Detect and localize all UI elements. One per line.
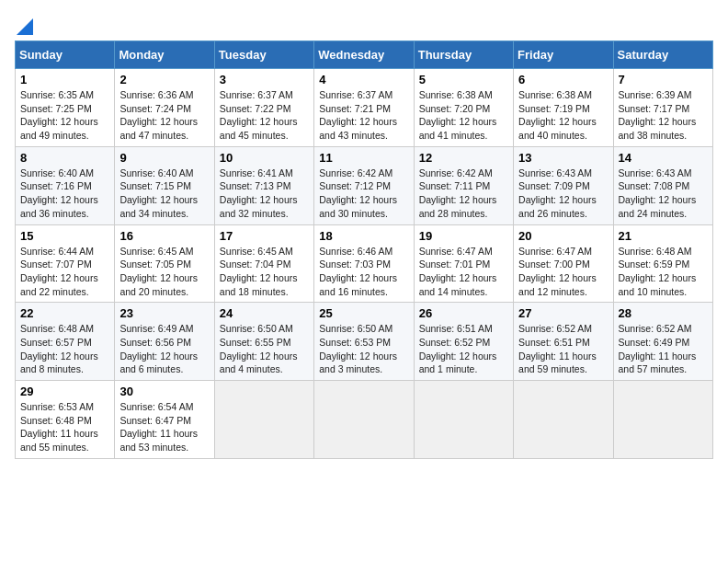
logo-triangle-icon: [17, 15, 33, 35]
cell-text: Daylight: 12 hours and 18 minutes.: [220, 271, 309, 298]
svg-marker-0: [17, 18, 33, 35]
cell-text: Sunset: 7:17 PM: [619, 102, 708, 116]
cell-text: Sunset: 6:57 PM: [20, 336, 109, 350]
cell-text: Sunset: 7:01 PM: [419, 258, 508, 271]
cell-text: Daylight: 12 hours and 47 minutes.: [119, 115, 209, 142]
day-number: 5: [419, 73, 508, 86]
calendar-cell: 15Sunrise: 6:44 AMSunset: 7:07 PMDayligh…: [16, 224, 115, 303]
day-number: 25: [319, 306, 408, 320]
cell-text: Sunrise: 6:35 AM: [20, 88, 109, 102]
cell-text: Sunset: 7:07 PM: [20, 258, 109, 271]
cell-text: Daylight: 12 hours and 49 minutes.: [20, 115, 109, 142]
day-number: 2: [119, 73, 209, 86]
calendar-cell: 3Sunrise: 6:37 AMSunset: 7:22 PMDaylight…: [214, 69, 313, 147]
cell-text: Sunset: 6:59 PM: [619, 258, 708, 271]
cell-text: Sunrise: 6:47 AM: [518, 245, 608, 259]
cell-text: Sunset: 7:11 PM: [419, 179, 508, 193]
day-number: 4: [319, 73, 408, 86]
cell-text: Daylight: 12 hours and 20 minutes.: [119, 271, 209, 298]
cell-text: Sunrise: 6:43 AM: [518, 167, 608, 180]
day-header-wednesday: Wednesday: [314, 41, 414, 69]
calendar-cell: 26Sunrise: 6:51 AMSunset: 6:52 PMDayligh…: [414, 303, 513, 381]
calendar-cell: 4Sunrise: 6:37 AMSunset: 7:21 PMDaylight…: [314, 69, 414, 147]
day-number: 10: [220, 151, 309, 165]
calendar-cell: [514, 381, 613, 459]
cell-text: Sunrise: 6:45 AM: [220, 245, 309, 259]
cell-text: Sunset: 7:12 PM: [319, 179, 408, 193]
calendar-cell: 25Sunrise: 6:50 AMSunset: 6:53 PMDayligh…: [314, 303, 414, 381]
cell-text: Sunrise: 6:47 AM: [419, 245, 508, 259]
cell-text: Sunset: 7:25 PM: [20, 102, 109, 116]
cell-text: Daylight: 12 hours and 24 minutes.: [619, 193, 708, 220]
calendar-cell: 27Sunrise: 6:52 AMSunset: 6:51 PMDayligh…: [514, 303, 613, 381]
cell-text: Sunrise: 6:43 AM: [619, 167, 708, 180]
cell-text: Sunset: 6:49 PM: [619, 336, 708, 350]
calendar-table: SundayMondayTuesdayWednesdayThursdayFrid…: [15, 40, 713, 459]
calendar-cell: [314, 381, 414, 459]
day-number: 1: [20, 73, 109, 86]
cell-text: Daylight: 11 hours and 59 minutes.: [518, 350, 608, 376]
calendar-cell: 12Sunrise: 6:42 AMSunset: 7:11 PMDayligh…: [414, 146, 513, 224]
cell-text: Sunrise: 6:41 AM: [220, 167, 309, 180]
cell-text: Daylight: 12 hours and 38 minutes.: [619, 115, 708, 142]
cell-text: Sunset: 6:56 PM: [119, 336, 209, 350]
day-number: 19: [419, 229, 508, 243]
cell-text: Sunrise: 6:52 AM: [518, 322, 608, 336]
calendar-cell: 16Sunrise: 6:45 AMSunset: 7:05 PMDayligh…: [115, 224, 214, 303]
cell-text: Sunset: 7:15 PM: [119, 179, 209, 193]
cell-text: Daylight: 12 hours and 6 minutes.: [119, 350, 209, 376]
cell-text: Sunrise: 6:37 AM: [220, 88, 309, 102]
cell-text: Sunset: 6:48 PM: [20, 414, 109, 428]
cell-text: Sunrise: 6:38 AM: [518, 88, 608, 102]
day-number: 8: [20, 151, 109, 165]
day-header-friday: Friday: [514, 41, 613, 69]
cell-text: Daylight: 12 hours and 10 minutes.: [619, 271, 708, 298]
cell-text: Sunrise: 6:37 AM: [319, 88, 408, 102]
day-number: 24: [220, 306, 309, 320]
cell-text: Sunset: 6:51 PM: [518, 336, 608, 350]
calendar-cell: 17Sunrise: 6:45 AMSunset: 7:04 PMDayligh…: [214, 224, 313, 303]
cell-text: Daylight: 12 hours and 43 minutes.: [319, 115, 408, 142]
day-number: 18: [319, 229, 408, 243]
cell-text: Sunset: 6:52 PM: [419, 336, 508, 350]
day-number: 3: [220, 73, 309, 86]
cell-text: Daylight: 12 hours and 4 minutes.: [220, 350, 309, 376]
calendar-cell: 20Sunrise: 6:47 AMSunset: 7:00 PMDayligh…: [514, 224, 613, 303]
day-number: 13: [518, 151, 608, 165]
cell-text: Daylight: 12 hours and 12 minutes.: [518, 271, 608, 298]
day-number: 14: [619, 151, 708, 165]
week-row-2: 8Sunrise: 6:40 AMSunset: 7:16 PMDaylight…: [16, 146, 713, 224]
calendar-cell: 9Sunrise: 6:40 AMSunset: 7:15 PMDaylight…: [115, 146, 214, 224]
calendar-cell: [214, 381, 313, 459]
cell-text: Sunset: 7:05 PM: [119, 258, 209, 271]
cell-text: Sunrise: 6:40 AM: [119, 167, 209, 180]
day-number: 7: [619, 73, 708, 86]
cell-text: Sunrise: 6:39 AM: [619, 88, 708, 102]
calendar-cell: 14Sunrise: 6:43 AMSunset: 7:08 PMDayligh…: [613, 146, 712, 224]
calendar-cell: [414, 381, 513, 459]
cell-text: Daylight: 12 hours and 30 minutes.: [319, 193, 408, 220]
cell-text: Sunrise: 6:53 AM: [20, 400, 109, 414]
cell-text: Daylight: 12 hours and 3 minutes.: [319, 350, 408, 376]
cell-text: Daylight: 12 hours and 22 minutes.: [20, 271, 109, 298]
cell-text: Daylight: 12 hours and 45 minutes.: [220, 115, 309, 142]
cell-text: Sunset: 7:03 PM: [319, 258, 408, 271]
day-number: 26: [419, 306, 508, 320]
calendar-cell: 30Sunrise: 6:54 AMSunset: 6:47 PMDayligh…: [115, 381, 214, 459]
cell-text: Sunset: 7:16 PM: [20, 179, 109, 193]
day-number: 6: [518, 73, 608, 86]
day-number: 16: [119, 229, 209, 243]
day-number: 23: [119, 306, 209, 320]
cell-text: Sunset: 6:53 PM: [319, 336, 408, 350]
cell-text: Sunset: 7:19 PM: [518, 102, 608, 116]
cell-text: Sunset: 7:09 PM: [518, 179, 608, 193]
day-number: 11: [319, 151, 408, 165]
cell-text: Daylight: 11 hours and 53 minutes.: [119, 427, 209, 454]
cell-text: Daylight: 12 hours and 14 minutes.: [419, 271, 508, 298]
day-header-thursday: Thursday: [414, 41, 513, 69]
cell-text: Sunrise: 6:48 AM: [619, 245, 708, 259]
day-number: 17: [220, 229, 309, 243]
cell-text: Sunrise: 6:36 AM: [119, 88, 209, 102]
calendar-cell: 2Sunrise: 6:36 AMSunset: 7:24 PMDaylight…: [115, 69, 214, 147]
cell-text: Sunrise: 6:42 AM: [319, 167, 408, 180]
